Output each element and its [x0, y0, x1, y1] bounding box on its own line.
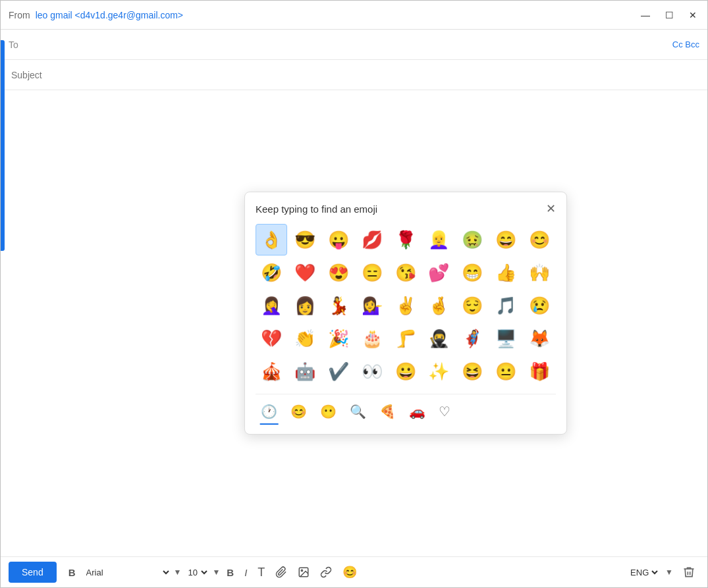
emoji-cell[interactable]: 😊	[524, 224, 555, 255]
to-row: To Cc Bcc	[1, 30, 707, 60]
emoji-picker-header: Keep typing to find an emoji ✕	[256, 203, 556, 215]
subject-input[interactable]	[9, 65, 699, 86]
emoji-cell[interactable]: 👱‍♀️	[423, 224, 454, 255]
emoji-cell[interactable]: 🤣	[256, 257, 287, 288]
emoji-cell[interactable]: 😆	[456, 356, 488, 387]
font-select-arrow: ▼	[174, 568, 182, 577]
emoji-category-smileys[interactable]: 😊	[285, 400, 312, 423]
emoji-cell[interactable]: 😢	[524, 290, 555, 321]
emoji-cell[interactable]: 🦵	[390, 323, 422, 354]
emoji-cell[interactable]: 💋	[356, 224, 388, 255]
bold-button[interactable]: B	[65, 563, 80, 582]
emoji-cell[interactable]: 🎵	[490, 290, 522, 321]
emoji-cell[interactable]: 🎉	[323, 323, 354, 354]
language-select[interactable]: ENG ESP FRA	[628, 567, 660, 578]
from-email: leo gmail <d4v1d.ge4r@gmail.com>	[36, 10, 183, 20]
emoji-cell[interactable]: 👀	[356, 356, 388, 387]
emoji-cell[interactable]: 🤢	[456, 224, 488, 255]
emoji-cell[interactable]: 🖥️	[490, 323, 522, 354]
italic-format-button[interactable]: I	[240, 563, 251, 582]
emoji-cell[interactable]: 👌	[256, 224, 287, 255]
emoji-category-people[interactable]: 😶	[315, 400, 342, 423]
emoji-cell[interactable]: ✨	[423, 356, 454, 387]
emoji-button[interactable]: 😊	[339, 561, 361, 583]
emoji-categories: 🕐😊😶🔍🍕🚗♡	[256, 394, 556, 423]
emoji-cell[interactable]: ✌️	[390, 290, 422, 321]
emoji-category-recent[interactable]: 🕐	[256, 400, 283, 423]
font-size-select[interactable]: 8 10 12 14	[184, 564, 209, 581]
toolbar: Send B Arial Times New Roman Courier New…	[1, 556, 707, 587]
toolbar-right: ENG ESP FRA ▼	[628, 562, 699, 583]
attach-file-button[interactable]	[271, 562, 291, 582]
emoji-cell[interactable]: 💃	[323, 290, 354, 321]
emoji-cell[interactable]: 😛	[323, 224, 354, 255]
emoji-cell[interactable]: 💁‍♀️	[356, 290, 388, 321]
maximize-button[interactable]: ☐	[663, 9, 676, 22]
emoji-cell[interactable]: ❤️	[289, 257, 321, 288]
emoji-cell[interactable]: 🥷	[423, 323, 454, 354]
emoji-cell[interactable]: 🤦‍♀️	[256, 290, 287, 321]
emoji-cell[interactable]: 😌	[456, 290, 488, 321]
emoji-category-travel[interactable]: 🚗	[404, 400, 431, 423]
emoji-cell[interactable]: 👍	[490, 257, 522, 288]
emoji-cell[interactable]: 💔	[256, 323, 287, 354]
emoji-cell[interactable]: 🌹	[390, 224, 422, 255]
emoji-grid: 👌😎😛💋🌹👱‍♀️🤢😄😊🤣❤️😍😑😘💕😁👍🙌🤦‍♀️👩💃💁‍♀️✌️🤞😌🎵😢💔👏…	[256, 224, 556, 387]
svg-point-1	[302, 570, 303, 571]
emoji-cell[interactable]: 👏	[289, 323, 321, 354]
emoji-category-search[interactable]: 🔍	[344, 400, 371, 423]
emoji-cell[interactable]: 😄	[490, 224, 522, 255]
compose-window: From leo gmail <d4v1d.ge4r@gmail.com> — …	[0, 0, 708, 588]
emoji-cell[interactable]: 🦸‍♀️	[456, 323, 488, 354]
emoji-cell[interactable]: 😍	[323, 257, 354, 288]
emoji-cell[interactable]: 👩	[289, 290, 321, 321]
size-select-arrow: ▼	[212, 568, 220, 577]
bold-format-button[interactable]: B	[223, 563, 238, 582]
emoji-cell[interactable]: 💕	[423, 257, 454, 288]
to-input[interactable]	[41, 34, 672, 55]
insert-image-button[interactable]	[294, 562, 313, 582]
emoji-picker-title: Keep typing to find an emoji	[256, 203, 377, 215]
from-label: From	[9, 10, 30, 20]
delete-button[interactable]	[678, 562, 699, 583]
insert-link-button[interactable]	[316, 562, 336, 582]
title-bar-controls: — ☐ ✕	[639, 9, 699, 22]
emoji-cell[interactable]: 🎪	[256, 356, 287, 387]
emoji-cell[interactable]: 🙌	[524, 257, 555, 288]
font-family-select[interactable]: Arial Times New Roman Courier New	[82, 564, 171, 581]
to-label: To	[9, 40, 41, 50]
emoji-category-food[interactable]: 🍕	[374, 400, 401, 423]
emoji-cell[interactable]: 🤖	[289, 356, 321, 387]
emoji-cell[interactable]: 😎	[289, 224, 321, 255]
emoji-cell[interactable]: 🤞	[423, 290, 454, 321]
format-text-button[interactable]: T	[254, 562, 269, 583]
close-button[interactable]: ✕	[686, 9, 699, 22]
emoji-cell[interactable]: 😘	[390, 257, 422, 288]
emoji-cell[interactable]: 😀	[390, 356, 422, 387]
emoji-picker: Keep typing to find an emoji ✕ 👌😎😛💋🌹👱‍♀️…	[244, 192, 567, 435]
lang-select-arrow: ▼	[665, 568, 673, 577]
send-button[interactable]: Send	[9, 562, 57, 583]
emoji-cell[interactable]: 🦊	[524, 323, 555, 354]
emoji-cell[interactable]: 🎁	[524, 356, 555, 387]
emoji-cell[interactable]: 🎂	[356, 323, 388, 354]
cc-bcc-button[interactable]: Cc Bcc	[672, 40, 699, 49]
subject-row	[1, 60, 707, 90]
emoji-cell[interactable]: 😁	[456, 257, 488, 288]
emoji-cell[interactable]: ✔️	[323, 356, 354, 387]
emoji-close-button[interactable]: ✕	[546, 203, 556, 215]
title-bar: From leo gmail <d4v1d.ge4r@gmail.com> — …	[1, 1, 707, 30]
minimize-button[interactable]: —	[639, 9, 652, 22]
emoji-cell[interactable]: 😐	[490, 356, 522, 387]
emoji-category-symbols[interactable]: ♡	[433, 400, 456, 423]
emoji-cell[interactable]: 😑	[356, 257, 388, 288]
